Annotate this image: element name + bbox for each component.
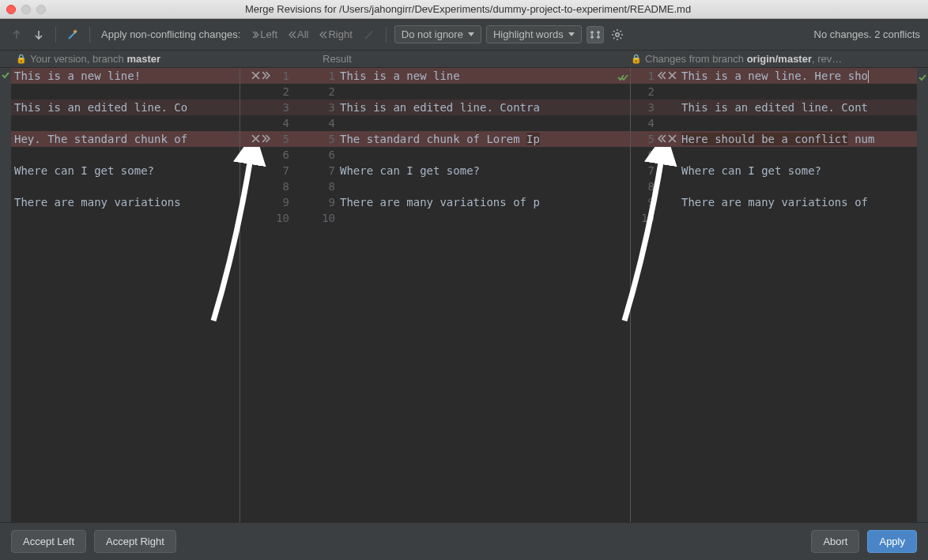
code-line[interactable]: 9There are many variations of — [631, 194, 928, 210]
line-number: 8 — [272, 179, 294, 194]
line-number: 4 — [631, 115, 658, 131]
line-number: 6 — [631, 147, 658, 163]
line-number: 5 — [272, 131, 294, 147]
apply-button[interactable]: Apply — [867, 530, 917, 553]
svg-point-1 — [616, 32, 619, 36]
result-line[interactable]: 88 — [240, 179, 630, 194]
line-number: 10 — [318, 210, 340, 226]
conflict-mark-icon[interactable] — [918, 70, 927, 86]
apply-right-button[interactable]: Right — [316, 27, 355, 42]
reject-change-icon[interactable] — [668, 68, 677, 84]
lock-icon: 🔒 — [631, 54, 642, 64]
result-line[interactable]: 11This is a new line — [240, 68, 630, 84]
svg-point-0 — [372, 31, 373, 32]
result-line[interactable]: 22 — [240, 84, 630, 100]
code-line[interactable]: 4 — [631, 115, 928, 131]
reject-change-icon[interactable] — [251, 131, 260, 147]
prev-change-button[interactable] — [8, 26, 25, 43]
apply-left-button[interactable]: Left — [248, 27, 281, 42]
result-line[interactable]: 66 — [240, 147, 630, 163]
code-line[interactable]: Where can I get some? — [0, 163, 240, 179]
line-number: 7 — [272, 163, 294, 179]
settings-button[interactable] — [609, 26, 626, 43]
code-line[interactable] — [0, 84, 240, 100]
result-line[interactable]: 33This is an edited line. Contra — [240, 100, 630, 115]
result-line[interactable]: 1010 — [240, 210, 630, 226]
line-number: 3 — [318, 100, 340, 115]
ignore-whitespace-dropdown[interactable]: Do not ignore — [394, 25, 481, 43]
result-line[interactable]: 55The standard chunk of Lorem Ip — [240, 131, 630, 147]
result-pane-header: Result — [240, 51, 631, 67]
line-number: 8 — [318, 179, 340, 194]
window-title: Merge Revisions for /Users/jahongirr/Dev… — [54, 3, 882, 15]
result-pane[interactable]: 11This is a new line2233This is an edite… — [240, 68, 631, 522]
line-number: 3 — [631, 100, 658, 115]
line-number: 6 — [318, 147, 340, 163]
code-line[interactable]: This is an edited line. Co — [0, 100, 240, 115]
line-number: 2 — [272, 84, 294, 100]
accept-change-icon[interactable] — [262, 68, 270, 84]
reject-change-icon[interactable] — [668, 131, 677, 147]
code-line[interactable]: 1This is a new line. Here sho — [631, 68, 928, 84]
code-line[interactable]: 7Where can I get some? — [631, 163, 928, 179]
line-number: 3 — [272, 100, 294, 115]
line-number: 1 — [318, 68, 340, 84]
code-line[interactable]: 10 — [631, 210, 928, 226]
titlebar: Merge Revisions for /Users/jahongirr/Dev… — [0, 0, 928, 19]
line-number: 7 — [631, 163, 658, 179]
accept-mark-icon[interactable] — [1, 70, 10, 80]
line-number: 10 — [631, 210, 658, 226]
code-line[interactable]: 6 — [631, 147, 928, 163]
code-line[interactable] — [0, 179, 240, 194]
diff-body: This is a new line!This is an edited lin… — [0, 68, 928, 522]
accept-change-icon[interactable] — [658, 68, 666, 84]
code-line[interactable]: 8 — [631, 179, 928, 194]
code-line[interactable]: There are many variations — [0, 194, 240, 210]
next-change-button[interactable] — [30, 26, 47, 43]
line-number: 2 — [318, 84, 340, 100]
line-number: 5 — [631, 131, 658, 147]
apply-all-button[interactable]: All — [285, 27, 311, 42]
line-number: 10 — [272, 210, 294, 226]
line-number: 8 — [631, 179, 658, 194]
accept-change-icon[interactable] — [658, 131, 666, 147]
sync-scroll-button[interactable] — [587, 26, 604, 43]
abort-button[interactable]: Abort — [811, 530, 859, 553]
code-line[interactable]: 5Here should be a conflict num — [631, 131, 928, 147]
zoom-window-button[interactable] — [36, 5, 46, 14]
line-number: 9 — [631, 194, 658, 210]
result-line[interactable]: 77Where can I get some? — [240, 163, 630, 179]
right-pane-header: 🔒 Changes from branch origin/master, rev… — [631, 51, 928, 67]
right-pane[interactable]: 1This is a new line. Here sho23This is a… — [631, 68, 928, 522]
code-line[interactable]: This is a new line! — [0, 68, 240, 84]
minimize-window-button[interactable] — [21, 5, 31, 14]
line-number: 4 — [272, 115, 294, 131]
accept-change-icon[interactable] — [262, 131, 270, 147]
code-line[interactable] — [0, 147, 240, 163]
left-pane-header: 🔒 Your version, branch master — [0, 51, 240, 67]
code-line[interactable] — [0, 115, 240, 131]
result-line[interactable]: 44 — [240, 115, 630, 131]
accept-left-button[interactable]: Accept Left — [11, 530, 86, 553]
result-line[interactable]: 99There are many variations of p — [240, 194, 630, 210]
code-line[interactable]: 3This is an edited line. Cont — [631, 100, 928, 115]
line-number: 1 — [631, 68, 658, 84]
line-number: 4 — [318, 115, 340, 131]
resolved-mark-icon[interactable] — [617, 70, 628, 86]
highlight-mode-dropdown[interactable]: Highlight words — [486, 25, 582, 43]
accept-right-button[interactable]: Accept Right — [94, 530, 176, 553]
line-number: 5 — [318, 131, 340, 147]
magic-wand-button[interactable] — [360, 26, 378, 43]
bottom-bar: Accept Left Accept Right Abort Apply — [0, 522, 928, 560]
line-number: 7 — [318, 163, 340, 179]
magic-resolve-button[interactable] — [64, 26, 81, 43]
apply-nonconflicting-label: Apply non-conflicting changes: — [101, 28, 240, 40]
close-window-button[interactable] — [6, 5, 16, 14]
left-pane[interactable]: This is a new line!This is an edited lin… — [0, 68, 240, 522]
window-controls — [6, 5, 46, 14]
reject-change-icon[interactable] — [251, 68, 260, 84]
line-number: 9 — [272, 194, 294, 210]
pane-headers: 🔒 Your version, branch master Result 🔒 C… — [0, 51, 928, 68]
code-line[interactable]: 2 — [631, 84, 928, 100]
code-line[interactable]: Hey. The standard chunk of — [0, 131, 240, 147]
